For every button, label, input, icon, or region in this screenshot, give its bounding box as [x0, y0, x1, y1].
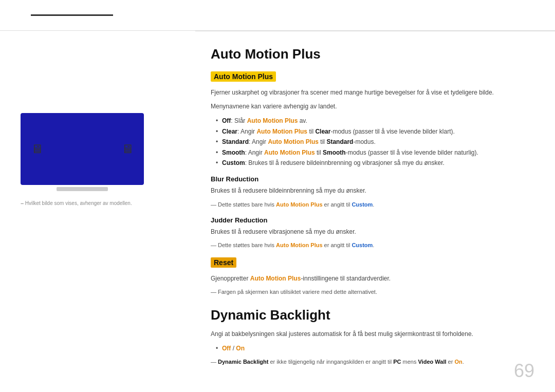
bullet-off-on: Off / On [216, 343, 534, 353]
blur-reduction-text: Brukes til å redusere bildeinnbrenning s… [211, 186, 534, 196]
bullet-smooth-label: Smooth [222, 149, 245, 156]
video-wall-ref: Video Wall [418, 359, 446, 365]
top-bar-line [31, 14, 113, 16]
bullet-smooth: Smooth: Angir Auto Motion Plus til Smoot… [216, 147, 534, 158]
reset-note: Fargen på skjermen kan utilsiktet varier… [211, 288, 534, 297]
page-number: 69 [514, 360, 534, 382]
bullet-standard-mode: Standard [326, 138, 353, 145]
tv-icon-left: 🖥 [31, 142, 43, 156]
judder-reduction-title: Judder Reduction [211, 216, 534, 224]
blur-reduction-note: Dette støttes bare hvis Auto Motion Plus… [211, 200, 534, 210]
bullet-clear: Clear: Angir Auto Motion Plus til Clear-… [216, 126, 534, 137]
bullet-list: Off: Slår Auto Motion Plus av. Clear: An… [216, 116, 534, 168]
on-text: On [236, 345, 245, 352]
judder-reduction-text: Brukes til å redusere vibrasjonene så my… [211, 227, 534, 237]
main-content: Auto Motion Plus Auto Motion Plus Fjerne… [195, 31, 555, 392]
section2-intro: Angi at bakbelysningen skal justeres aut… [211, 329, 534, 339]
bullet-standard: Standard: Angir Auto Motion Plus til Sta… [216, 137, 534, 147]
dynamic-backlight-note: Dynamic Backlight er ikke tilgjengelig n… [211, 358, 534, 367]
bullet-standard-label: Standard [222, 138, 249, 145]
bullet-custom: Custom: Brukes til å redusere bildeinnbr… [216, 158, 534, 168]
bullet-clear-amp: Auto Motion Plus [256, 128, 307, 135]
tv-screen: 🖥 🖥 [21, 113, 144, 185]
judder-custom-ref: Custom [351, 242, 373, 248]
reset-text: Gjenoppretter Auto Motion Plus-innstilli… [211, 274, 534, 284]
section2-title: Dynamic Backlight [211, 307, 534, 323]
blur-reduction-title: Blur Reduction [211, 175, 534, 183]
judder-amp-ref: Auto Motion Plus [276, 242, 322, 248]
judder-reduction-note: Dette støttes bare hvis Auto Motion Plus… [211, 241, 534, 250]
bullet-clear-label: Clear [222, 128, 237, 135]
on-ref: On [454, 359, 462, 365]
top-bar [0, 0, 555, 31]
highlight-amp: Auto Motion Plus [211, 71, 534, 88]
bullet-standard-amp: Auto Motion Plus [268, 138, 319, 145]
sidebar-note: Hvilket bilde som vises, avhenger av mod… [21, 200, 175, 206]
bullet-smooth-mode: Smooth [323, 149, 346, 156]
tv-image: 🖥 🖥 [21, 113, 144, 190]
blur-amp-ref: Auto Motion Plus [276, 201, 322, 208]
bullet-smooth-amp: Auto Motion Plus [264, 149, 315, 156]
tv-icon-right: 🖥 [121, 142, 134, 156]
off-on-text: Off [222, 345, 231, 352]
bullet-off: Off: Slår Auto Motion Plus av. [216, 116, 534, 126]
highlight-label: Auto Motion Plus [211, 71, 276, 82]
tv-stand [57, 187, 108, 191]
reset-section: Reset [211, 257, 534, 274]
intro-text-2: Menynavnene kan variere avhengig av land… [211, 102, 534, 111]
bullet-off-amp: Auto Motion Plus [247, 117, 298, 124]
dynamic-backlight-bullets: Off / On [216, 343, 534, 353]
intro-text-1: Fjerner uskarphet og vibrasjoner fra sce… [211, 88, 534, 98]
section1-title: Auto Motion Plus [211, 46, 534, 62]
reset-label: Reset [211, 257, 236, 268]
blur-custom-ref: Custom [351, 201, 373, 208]
reset-amp-ref: Auto Motion Plus [250, 275, 301, 282]
bullet-clear-mode: Clear [315, 128, 330, 135]
dynamic-backlight-ref: Dynamic Backlight [218, 359, 268, 365]
bullet-custom-label: Custom [222, 159, 245, 166]
pc-ref: PC [393, 359, 401, 365]
sidebar: 🖥 🖥 Hvilket bilde som vises, avhenger av… [0, 31, 195, 392]
bullet-off-label: Off [222, 117, 231, 124]
